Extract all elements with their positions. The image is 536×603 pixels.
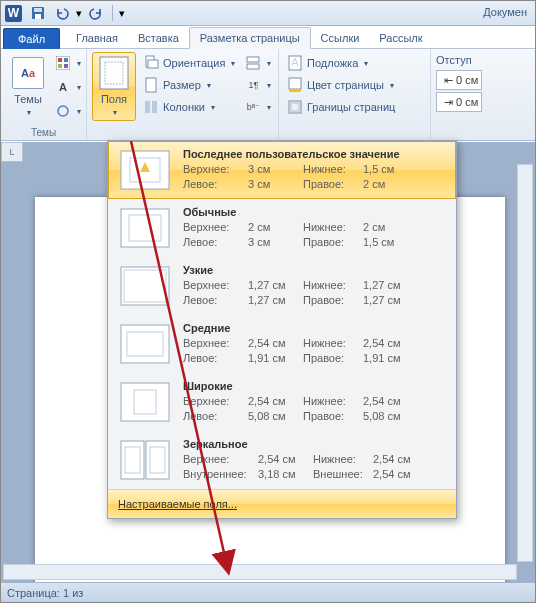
- margins-preview-icon: [117, 206, 173, 250]
- themes-icon: Aa: [12, 57, 44, 89]
- size-icon: [143, 77, 159, 93]
- svg-point-8: [58, 106, 68, 116]
- svg-rect-16: [247, 57, 259, 62]
- breaks-button[interactable]: ▾: [242, 52, 274, 74]
- margins-icon: [98, 57, 130, 89]
- tab-insert[interactable]: Вставка: [128, 28, 189, 48]
- indent-right-icon: ⇥: [440, 94, 456, 110]
- tab-references[interactable]: Ссылки: [311, 28, 370, 48]
- svg-rect-4: [58, 58, 62, 62]
- margins-preview-icon: [117, 380, 173, 424]
- tab-file[interactable]: Файл: [3, 28, 60, 49]
- effects-icon: [55, 103, 71, 119]
- margins-button[interactable]: Поля ▾: [92, 52, 136, 121]
- document-title: Докумен: [483, 6, 527, 18]
- svg-rect-1: [34, 8, 42, 12]
- margins-option-wide[interactable]: Широкие Верхнее:2,54 смНижнее:2,54 см Ле…: [108, 373, 456, 431]
- option-title: Обычные: [183, 206, 447, 218]
- svg-rect-6: [58, 64, 62, 68]
- orientation-icon: [143, 55, 159, 71]
- status-bar: Страница: 1 из: [1, 582, 535, 602]
- group-page-background: AПодложка▾ Цвет страницы▾ Границы страни…: [279, 49, 431, 140]
- ruler-corner[interactable]: L: [1, 142, 23, 162]
- margins-preview-icon: [117, 438, 173, 482]
- group-paragraph: Отступ ⇤0 см ⇥0 см: [431, 49, 535, 140]
- save-button[interactable]: [27, 3, 49, 23]
- group-themes: Aa Темы▾ ▾ A▾ ▾ Темы: [1, 49, 87, 140]
- quick-access-toolbar: ▾ ▾: [27, 3, 126, 23]
- watermark-icon: A: [287, 55, 303, 71]
- svg-rect-31: [121, 325, 169, 363]
- tab-home[interactable]: Главная: [66, 28, 128, 48]
- tab-mailings[interactable]: Рассылк: [369, 28, 432, 48]
- svg-rect-7: [64, 64, 68, 68]
- line-numbers-button[interactable]: 1¶▾: [242, 74, 274, 96]
- title-bar: W ▾ ▾ Докумен: [1, 1, 535, 26]
- custom-margins-button[interactable]: Настраиваемые поля...: [108, 489, 456, 518]
- undo-dropdown-icon[interactable]: ▾: [75, 7, 83, 20]
- size-button[interactable]: Размер▾: [140, 74, 238, 96]
- breaks-icon: [245, 55, 261, 71]
- svg-rect-29: [121, 267, 169, 305]
- columns-button[interactable]: Колонки▾: [140, 96, 238, 118]
- svg-rect-17: [247, 64, 259, 69]
- page-borders-button[interactable]: Границы страниц: [284, 96, 398, 118]
- theme-fonts-button[interactable]: A▾: [52, 76, 84, 98]
- colors-icon: [55, 55, 71, 71]
- svg-rect-5: [64, 58, 68, 62]
- indent-left-icon: ⇤: [440, 72, 456, 88]
- themes-button[interactable]: Aa Темы▾: [6, 52, 50, 121]
- svg-rect-23: [291, 103, 299, 111]
- chevron-down-icon: ▾: [113, 108, 117, 117]
- ribbon-tabs: Файл Главная Вставка Разметка страницы С…: [1, 26, 535, 49]
- qat-separator: [112, 5, 113, 21]
- redo-button[interactable]: [85, 3, 107, 23]
- theme-colors-button[interactable]: ▾: [52, 52, 84, 74]
- chevron-down-icon: ▾: [27, 108, 31, 117]
- page-color-button[interactable]: Цвет страницы▾: [284, 74, 398, 96]
- group-label-themes: Темы: [6, 125, 81, 140]
- indent-left-input[interactable]: ⇤0 см: [436, 70, 482, 90]
- fonts-icon: A: [55, 79, 71, 95]
- margins-preview-icon: [117, 148, 173, 192]
- svg-rect-20: [289, 78, 301, 89]
- margins-option-narrow[interactable]: Узкие Верхнее:1,27 смНижнее:1,27 см Лево…: [108, 257, 456, 315]
- themes-label: Темы: [14, 93, 42, 105]
- margins-option-normal[interactable]: Обычные Верхнее:2 смНижнее:2 см Левое:3 …: [108, 199, 456, 257]
- option-title: Широкие: [183, 380, 447, 392]
- page-color-icon: [287, 77, 303, 93]
- undo-button[interactable]: [51, 3, 73, 23]
- columns-icon: [143, 99, 159, 115]
- svg-rect-2: [35, 14, 41, 19]
- app-icon: W: [5, 5, 22, 22]
- orientation-button[interactable]: Ориентация▾: [140, 52, 238, 74]
- page-status: Страница: 1 из: [7, 587, 83, 599]
- margins-option-last[interactable]: Последнее пользовательское значение Верх…: [108, 141, 456, 199]
- svg-rect-33: [121, 383, 169, 421]
- tab-page-layout[interactable]: Разметка страницы: [189, 27, 311, 49]
- watermark-button[interactable]: AПодложка▾: [284, 52, 398, 74]
- option-title: Узкие: [183, 264, 447, 276]
- line-numbers-icon: 1¶: [245, 77, 261, 93]
- margins-option-moderate[interactable]: Средние Верхнее:2,54 смНижнее:2,54 см Ле…: [108, 315, 456, 373]
- option-title: Средние: [183, 322, 447, 334]
- ribbon: Aa Темы▾ ▾ A▾ ▾ Темы Поля ▾ Ориентация▾ …: [1, 49, 535, 141]
- qat-customize-icon[interactable]: ▾: [118, 7, 126, 20]
- svg-rect-15: [152, 101, 157, 113]
- theme-effects-button[interactable]: ▾: [52, 100, 84, 122]
- horizontal-scrollbar[interactable]: [3, 564, 517, 580]
- indent-right-input[interactable]: ⇥0 см: [436, 92, 482, 112]
- svg-rect-21: [289, 89, 301, 92]
- svg-rect-13: [146, 78, 156, 92]
- svg-text:A: A: [291, 56, 299, 68]
- margins-label: Поля: [101, 93, 127, 105]
- margins-preview-icon: [117, 322, 173, 366]
- hyphenation-button[interactable]: bª⁻▾: [242, 96, 274, 118]
- option-title: Последнее пользовательское значение: [183, 148, 447, 160]
- indent-label: Отступ: [436, 52, 482, 70]
- vertical-scrollbar[interactable]: [517, 164, 533, 562]
- margins-option-mirrored[interactable]: Зеркальное Верхнее:2,54 смНижнее:2,54 см…: [108, 431, 456, 489]
- page-borders-icon: [287, 99, 303, 115]
- svg-rect-12: [148, 60, 158, 68]
- hyphenation-icon: bª⁻: [245, 99, 261, 115]
